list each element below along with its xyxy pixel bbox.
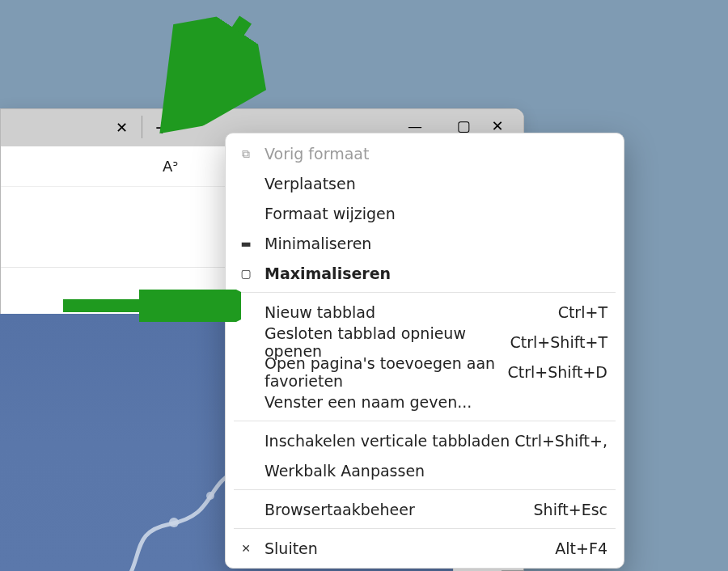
menu-item-icon: ▢ <box>239 267 253 280</box>
menu-item-icon: ▬ <box>239 237 253 250</box>
menu-item-label: Venster een naam geven... <box>265 393 472 411</box>
menu-item-label: Browsertaakbeheer <box>265 501 415 518</box>
svg-point-0 <box>169 518 179 527</box>
menu-item-open-pagina-s-toevoegen-aan-favorieten[interactable]: Open pagina's toevoegen aan favorietenCt… <box>226 357 624 387</box>
menu-item-label: Open pagina's toevoegen aan favorieten <box>265 354 508 390</box>
menu-item-shortcut: Ctrl+Shift+, <box>514 432 607 450</box>
svg-line-2 <box>177 19 258 104</box>
window-maximize-button[interactable]: ▢ <box>452 117 475 134</box>
menu-separator <box>234 421 616 421</box>
tab-close-button[interactable]: ✕ <box>116 119 128 136</box>
menu-item-label: Nieuw tabblad <box>265 303 375 321</box>
menu-item-shortcut: Ctrl+Shift+D <box>508 363 607 381</box>
menu-item-label: Minimaliseren <box>265 235 371 252</box>
menu-item-shortcut: Ctrl+T <box>558 303 607 321</box>
menu-item-inschakelen-verticale-tabbladen[interactable]: Inschakelen verticale tabbladenCtrl+Shif… <box>226 425 624 455</box>
menu-separator <box>234 528 616 529</box>
menu-item-shortcut: Alt+F4 <box>555 539 607 557</box>
menu-separator <box>234 292 616 293</box>
title-bar-context-menu: ⧉Vorig formaatVerplaatsenFormaat wijzige… <box>225 133 624 569</box>
menu-item-minimaliseren[interactable]: ▬Minimaliseren <box>226 228 624 258</box>
annotation-arrow-icon <box>141 11 270 133</box>
menu-item-label: Vorig formaat <box>265 145 369 163</box>
menu-item-label: Werkbalk Aanpassen <box>265 462 425 480</box>
menu-item-label: Sluiten <box>265 539 318 557</box>
menu-item-shortcut: Ctrl+Shift+T <box>510 333 607 351</box>
menu-item-label: Maximaliseren <box>265 264 391 282</box>
window-close-button[interactable]: ✕ <box>486 117 509 134</box>
svg-point-1 <box>206 492 214 500</box>
read-aloud-icon[interactable]: Aᐣ <box>163 158 178 175</box>
menu-item-browsertaakbeheer[interactable]: BrowsertaakbeheerShift+Esc <box>226 494 624 524</box>
menu-item-verplaatsen[interactable]: Verplaatsen <box>226 168 624 198</box>
menu-item-icon: ⧉ <box>239 146 253 160</box>
menu-item-icon: ✕ <box>239 542 253 555</box>
menu-item-sluiten[interactable]: ✕SluitenAlt+F4 <box>226 533 624 563</box>
menu-item-maximaliseren[interactable]: ▢Maximaliseren <box>226 258 624 288</box>
tab-separator <box>142 116 142 138</box>
menu-item-vorig-formaat: ⧉Vorig formaat <box>226 138 624 168</box>
annotation-arrow-icon <box>63 290 241 322</box>
menu-item-label: Verplaatsen <box>265 175 356 192</box>
menu-item-label: Formaat wijzigen <box>265 205 396 222</box>
menu-item-venster-een-naam-geven[interactable]: Venster een naam geven... <box>226 387 624 417</box>
menu-item-shortcut: Shift+Esc <box>534 501 607 518</box>
menu-separator <box>234 489 616 490</box>
window-minimize-button[interactable]: — <box>404 117 426 134</box>
menu-item-nieuw-tabblad[interactable]: Nieuw tabbladCtrl+T <box>226 297 624 327</box>
menu-item-formaat-wijzigen[interactable]: Formaat wijzigen <box>226 198 624 228</box>
menu-item-gesloten-tabblad-opnieuw-openen[interactable]: Gesloten tabblad opnieuw openenCtrl+Shif… <box>226 327 624 357</box>
menu-item-label: Inschakelen verticale tabbladen <box>265 432 510 450</box>
menu-item-werkbalk-aanpassen[interactable]: Werkbalk Aanpassen <box>226 455 624 485</box>
